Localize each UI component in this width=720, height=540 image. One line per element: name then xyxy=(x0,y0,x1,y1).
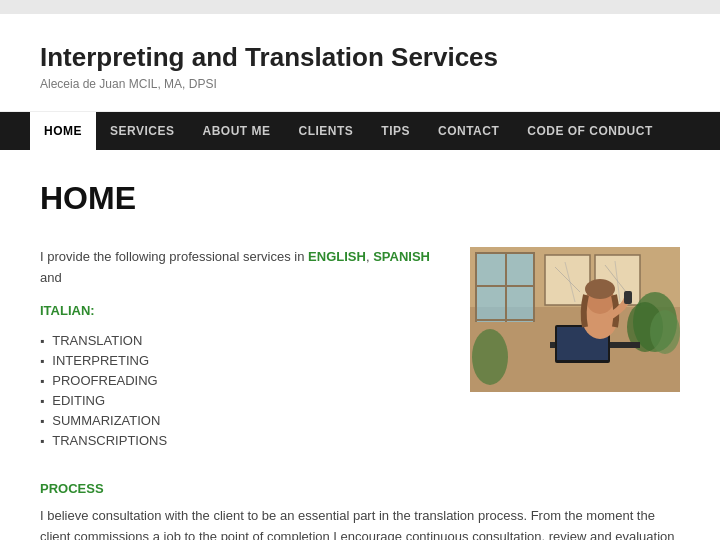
service-translation: TRANSLATION xyxy=(40,333,440,348)
service-interpreting: INTERPRETING xyxy=(40,353,440,368)
service-editing: EDITING xyxy=(40,393,440,408)
svg-rect-26 xyxy=(624,291,632,304)
profile-image-container xyxy=(470,247,680,453)
nav-item-code[interactable]: CODE OF CONDUCT xyxy=(513,112,667,150)
intro-and: and xyxy=(40,270,62,285)
site-title: Interpreting and Translation Services xyxy=(40,42,680,73)
page-heading: HOME xyxy=(40,180,680,217)
highlight-italian: ITALIAN: xyxy=(40,303,95,318)
nav-item-contact[interactable]: CONTACT xyxy=(424,112,513,150)
intro-text: I provide the following professional ser… xyxy=(40,247,440,453)
process-section: PROCESS I believe consultation with the … xyxy=(40,481,680,540)
nav-item-clients[interactable]: CLIENTS xyxy=(284,112,367,150)
top-bar xyxy=(0,0,720,14)
main-content: HOME I provide the following professiona… xyxy=(0,150,720,540)
intro-section: I provide the following professional ser… xyxy=(40,247,680,453)
page-wrapper: Interpreting and Translation Services Al… xyxy=(0,0,720,540)
nav-link-home[interactable]: HOME xyxy=(30,112,96,150)
service-proofreading: PROOFREADING xyxy=(40,373,440,388)
nav-item-about[interactable]: ABOUT ME xyxy=(188,112,284,150)
highlight-english: ENGLISH xyxy=(308,249,366,264)
profile-image xyxy=(470,247,680,392)
svg-point-18 xyxy=(650,310,680,354)
services-list: TRANSLATION INTERPRETING PROOFREADING ED… xyxy=(40,333,440,448)
main-nav: HOME SERVICES ABOUT ME CLIENTS TIPS CONT… xyxy=(0,112,720,150)
nav-item-tips[interactable]: TIPS xyxy=(367,112,424,150)
nav-link-about[interactable]: ABOUT ME xyxy=(188,112,284,150)
intro-prefix: I provide the following professional ser… xyxy=(40,249,308,264)
svg-point-25 xyxy=(585,279,615,299)
nav-link-services[interactable]: SERVICES xyxy=(96,112,188,150)
service-summarization: SUMMARIZATION xyxy=(40,413,440,428)
nav-list: HOME SERVICES ABOUT ME CLIENTS TIPS CONT… xyxy=(30,112,690,150)
nav-link-code[interactable]: CODE OF CONDUCT xyxy=(513,112,667,150)
svg-point-19 xyxy=(472,329,508,385)
nav-item-home[interactable]: HOME xyxy=(30,112,96,150)
service-transcriptions: TRANSCRIPTIONS xyxy=(40,433,440,448)
profile-svg xyxy=(470,247,680,392)
nav-link-tips[interactable]: TIPS xyxy=(367,112,424,150)
process-heading: PROCESS xyxy=(40,481,680,496)
intro-paragraph: I provide the following professional ser… xyxy=(40,247,440,289)
nav-item-services[interactable]: SERVICES xyxy=(96,112,188,150)
nav-link-clients[interactable]: CLIENTS xyxy=(284,112,367,150)
nav-link-contact[interactable]: CONTACT xyxy=(424,112,513,150)
intro-italian-line: ITALIAN: xyxy=(40,301,440,322)
site-subtitle: Aleceia de Juan MCIL, MA, DPSI xyxy=(40,77,680,91)
site-header: Interpreting and Translation Services Al… xyxy=(0,14,720,112)
process-text: I believe consultation with the client t… xyxy=(40,506,680,540)
svg-rect-9 xyxy=(475,285,535,287)
highlight-spanish: SPANISH xyxy=(373,249,430,264)
